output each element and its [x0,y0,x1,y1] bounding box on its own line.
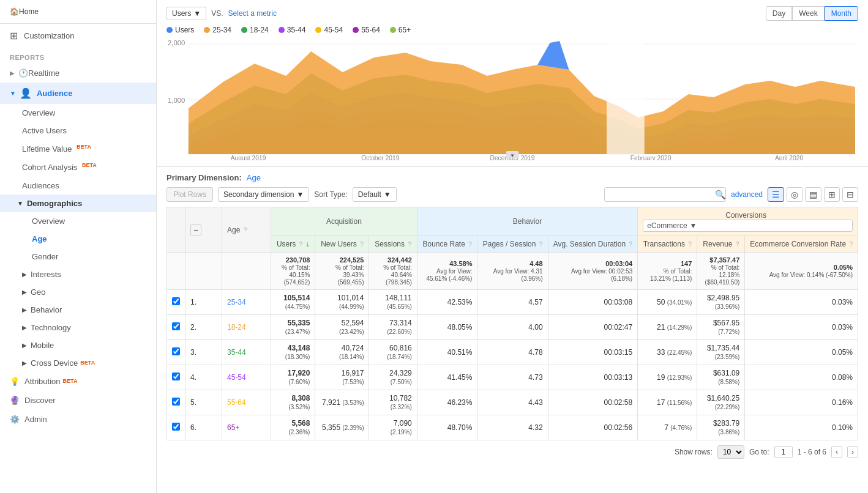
row-age-3[interactable]: 45-54 [222,365,271,390]
th-age[interactable]: Age ? [222,207,271,253]
sidebar-attribution[interactable]: 💡 Attribution BETA [0,372,156,391]
totals-pages-avg: Avg for View: 4.31 (3.96%) [493,268,543,282]
th-revenue[interactable]: Revenue ? [697,236,745,253]
row-pages-2: 4.78 [477,340,548,365]
next-page-btn[interactable]: › [847,446,858,458]
th-bounce-rate[interactable]: Bounce Rate ? [417,236,477,253]
sidebar-behavior[interactable]: ▶ Behavior [0,301,156,319]
row-ecommerce-3: 0.08% [745,365,858,390]
chart-svg: 2,000 1,000 [166,38,858,160]
row-checkbox-1[interactable] [167,315,185,340]
row-checkbox-0[interactable] [167,290,185,315]
secondary-dimension-select[interactable]: Secondary dimension ▼ [218,187,309,202]
users-help[interactable]: ? [299,241,303,248]
row-checkbox-2[interactable] [167,340,185,365]
time-btn-week[interactable]: Week [792,6,824,21]
th-new-users[interactable]: New Users ? [315,236,369,253]
row-sessions-1: 73,314 (22.60%) [369,315,417,340]
row-bounce-0: 42.53% [417,290,477,315]
time-btn-month[interactable]: Month [825,6,858,21]
row-checkbox-5[interactable] [167,415,185,440]
sidebar-age[interactable]: Age [0,230,156,248]
transactions-help[interactable]: ? [688,241,692,248]
primary-dim-value: Age [247,173,261,182]
sidebar-lifetime-value[interactable]: Lifetime Value BETA [0,139,156,158]
select-metric-link[interactable]: Select a metric [228,9,277,18]
row-age-4[interactable]: 55-64 [222,390,271,415]
revenue-help[interactable]: ? [736,241,739,248]
sidebar-geo[interactable]: ▶ Geo [0,283,156,301]
sidebar-interests[interactable]: ▶ Interests [0,265,156,283]
view-table-btn[interactable]: ☰ [768,187,784,202]
gender-label: Gender [32,252,58,261]
sidebar-cross-device[interactable]: ▶ Cross Device BETA [0,354,156,372]
ecommerce-select[interactable]: eCommerce ▼ [643,220,853,232]
row-age-1[interactable]: 18-24 [222,315,271,340]
row-checkbox-3[interactable] [167,365,185,390]
totals-checkbox-cell [167,253,185,290]
ecommerce-conv-help[interactable]: ? [849,241,853,248]
age-help-icon[interactable]: ? [244,227,247,234]
table-row: 2. 18-24 55,335 (23.47%) 52,594 (23.42%)… [167,315,858,340]
totals-users-val: 230,708 [286,256,310,264]
sidebar-customization[interactable]: ⊞ Customization [0,24,156,48]
view-pie-btn[interactable]: ◎ [787,187,803,202]
totals-transactions-val: 147 [681,260,692,267]
th-pages-session[interactable]: Pages / Session ? [477,236,548,253]
th-sessions[interactable]: Sessions ? [369,236,417,253]
totals-pages: 4.48 Avg for View: 4.31 (3.96%) [477,253,548,290]
row-age-0[interactable]: 25-34 [222,290,271,315]
bounce-rate-help[interactable]: ? [468,241,472,248]
th-ecommerce-conv[interactable]: Ecommerce Conversion Rate ? [745,236,858,253]
view-pivot-btn[interactable]: ⊞ [824,187,840,202]
sidebar-audiences[interactable]: Audiences [0,177,156,195]
sort-select[interactable]: Default ▼ [353,187,397,202]
sidebar-technology[interactable]: ▶ Technology [0,319,156,336]
th-transactions[interactable]: Transactions ? [638,236,697,253]
search-button[interactable]: 🔍 [715,190,725,199]
sidebar-admin[interactable]: ⚙️ Admin [0,410,156,429]
avg-session-help[interactable]: ? [629,241,633,248]
row-ecommerce-0: 0.03% [745,290,858,315]
svg-text:April 2020: April 2020 [775,155,804,160]
sessions-help[interactable]: ? [408,241,411,248]
minus-button[interactable]: − [190,224,201,235]
search-input[interactable] [605,188,715,201]
row-age-2[interactable]: 35-44 [222,340,271,365]
sidebar-discover[interactable]: 🔮 Discover [0,391,156,410]
pages-help[interactable]: ? [539,241,543,248]
advanced-link[interactable]: advanced [731,190,763,199]
sidebar-active-users[interactable]: Active Users [0,122,156,139]
th-avg-session[interactable]: Avg. Session Duration ? [548,236,638,253]
sidebar-mobile[interactable]: ▶ Mobile [0,336,156,354]
goto-input[interactable] [774,446,793,458]
sidebar-audience[interactable]: ▼ 👤 Audience [0,83,156,104]
row-checkbox-4[interactable] [167,390,185,415]
plot-rows-button[interactable]: Plot Rows [166,187,213,202]
legend-18-24: 18-24 [241,26,269,34]
sidebar-gender[interactable]: Gender [0,248,156,265]
totals-avg-avg: Avg for View: 00:02:53 (6.18%) [571,268,632,282]
active-users-label: Active Users [22,126,67,135]
legend-dot-18-24 [241,27,247,33]
sidebar-overview[interactable]: Overview [0,104,156,122]
sidebar-demo-overview[interactable]: Overview [0,212,156,230]
row-age-5[interactable]: 65+ [222,415,271,440]
sidebar-home[interactable]: 🏠 Home [0,0,156,24]
svg-text:August 2019: August 2019 [231,155,266,160]
time-btn-day[interactable]: Day [766,6,792,21]
view-custom-btn[interactable]: ⊟ [842,187,858,202]
sidebar-realtime[interactable]: ▶ 🕐 Realtime [0,64,156,83]
rows-select[interactable]: 10 25 50 [717,445,744,459]
th-users[interactable]: Users ? ↓ [271,236,315,253]
view-bar-btn[interactable]: ▤ [805,187,821,202]
row-revenue-3: $631.09 (8.58%) [697,365,745,390]
new-users-help[interactable]: ? [360,241,364,248]
legend-45-54: 45-54 [315,26,343,34]
sidebar-demographics[interactable]: ▼ Demographics [0,195,156,212]
prev-page-btn[interactable]: ‹ [831,446,842,458]
admin-label: Admin [24,415,47,424]
row-pages-5: 4.32 [477,415,548,440]
metric-select[interactable]: Users ▼ [166,7,206,20]
sidebar-cohort-analysis[interactable]: Cohort Analysis BETA [0,158,156,176]
